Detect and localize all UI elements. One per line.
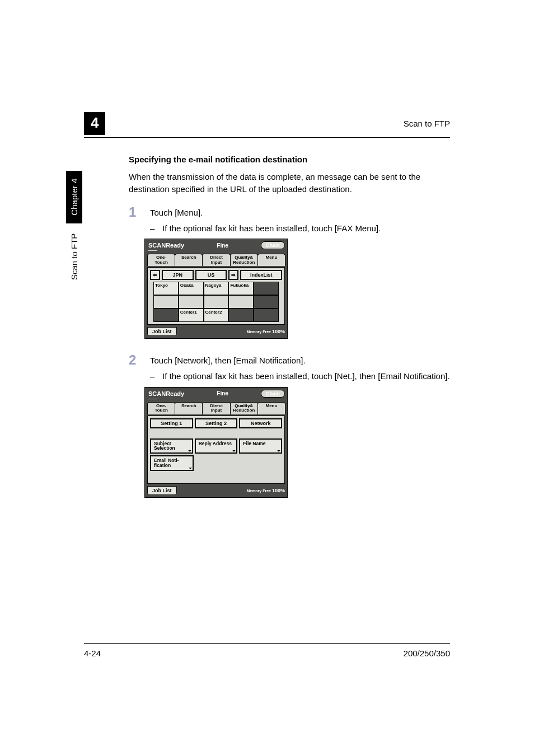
tab-menu[interactable]: Menu	[257, 402, 285, 414]
lcd-panel-1: SCANReady Fine Chain One-Touch Search Di…	[144, 239, 288, 339]
memory-free-indicator: Memory Free100%	[246, 488, 285, 493]
step-sub-text: If the optional fax kit has been install…	[162, 370, 450, 382]
dest-tokyo[interactable]: Tokyo	[153, 282, 179, 295]
dest-empty[interactable]	[254, 295, 279, 309]
memory-free-indicator: Memory Free100%	[246, 329, 285, 334]
step-text: Touch [Network], then [Email Notificatio…	[150, 353, 306, 367]
lcd-ready-label: SCANReady	[148, 242, 184, 249]
subject-selection-button[interactable]: Subject Selection	[150, 438, 193, 454]
email-notification-button[interactable]: Email Noti- fication	[150, 455, 194, 471]
file-name-button[interactable]: File Name	[239, 438, 282, 454]
dest-empty[interactable]	[228, 309, 254, 322]
us-button[interactable]: US	[195, 270, 227, 280]
step-text: Touch [Menu].	[150, 206, 203, 219]
dash-icon: –	[150, 370, 162, 382]
dest-empty[interactable]	[204, 295, 229, 309]
dest-empty[interactable]	[179, 295, 204, 309]
tab-direct-input[interactable]: Direct Input	[202, 254, 230, 266]
running-header-title: Scan to FTP	[404, 119, 450, 128]
tab-one-touch[interactable]: One-Touch	[147, 254, 175, 266]
tab-search[interactable]: Search	[175, 402, 203, 414]
setting1-button[interactable]: Setting 1	[150, 418, 193, 428]
right-arrow-button[interactable]: ➡	[228, 270, 238, 280]
dash-icon: –	[150, 222, 162, 235]
step-number: 2	[129, 353, 150, 367]
reply-address-button[interactable]: Reply Address	[195, 438, 238, 454]
tab-quality-reduction[interactable]: Quality& Reduction	[230, 402, 258, 414]
lcd-panel-2: SCANReady Fine Chain One-Touch Search Di…	[144, 387, 288, 498]
section-intro: When the transmission of the data is com…	[129, 171, 450, 195]
dest-empty[interactable]	[254, 309, 279, 322]
dest-empty[interactable]	[153, 309, 179, 322]
step-1: 1 Touch [Menu].	[129, 206, 450, 219]
tab-menu[interactable]: Menu	[257, 254, 285, 266]
step-2: 2 Touch [Network], then [Email Notificat…	[129, 353, 450, 367]
dest-nagoya[interactable]: Nagoya	[204, 282, 229, 295]
lcd-ready-label: SCANReady	[148, 390, 184, 397]
dest-center1[interactable]: Center1	[179, 309, 204, 322]
step-2-sub: – If the optional fax kit has been insta…	[150, 370, 450, 382]
step-1-sub: – If the optional fax kit has been insta…	[150, 222, 450, 235]
dest-center2[interactable]: Center2	[204, 309, 229, 322]
tab-one-touch[interactable]: One-Touch	[147, 402, 175, 414]
lcd-fine-label: Fine	[188, 390, 257, 396]
tab-direct-input[interactable]: Direct Input	[202, 402, 230, 414]
page-number: 4-24	[84, 648, 101, 658]
chain-button[interactable]: Chain	[261, 390, 285, 398]
jpn-button[interactable]: JPN	[162, 270, 194, 280]
job-list-button[interactable]: Job List	[147, 327, 177, 336]
dest-empty[interactable]	[254, 282, 279, 295]
lcd-fine-label: Fine	[188, 242, 257, 249]
chain-button[interactable]: Chain	[261, 241, 285, 249]
step-sub-text: If the optional fax kit has been install…	[162, 222, 450, 235]
step-number: 1	[129, 206, 150, 219]
setting2-button[interactable]: Setting 2	[195, 418, 238, 428]
dest-empty[interactable]	[153, 295, 179, 309]
dest-fukuoka[interactable]: Fukuoka	[228, 282, 254, 295]
job-list-button[interactable]: Job List	[147, 486, 177, 495]
section-heading: Specifying the e-mail notification desti…	[129, 155, 450, 164]
model-number: 200/250/350	[404, 648, 450, 658]
side-section-label: Scan to FTP	[69, 234, 79, 280]
dest-empty[interactable]	[228, 295, 254, 309]
tab-quality-reduction[interactable]: Quality& Reduction	[230, 254, 258, 266]
index-list-button[interactable]: IndexList	[240, 270, 282, 280]
side-column: Scan to FTP Chapter 4	[66, 171, 82, 280]
tab-search[interactable]: Search	[175, 254, 203, 266]
network-button[interactable]: Network	[239, 418, 282, 428]
left-arrow-button[interactable]: ⬅	[150, 270, 160, 280]
chapter-number-badge: 4	[84, 112, 105, 135]
side-chapter-label: Chapter 4	[66, 171, 82, 223]
dest-osaka[interactable]: Osaka	[179, 282, 204, 295]
